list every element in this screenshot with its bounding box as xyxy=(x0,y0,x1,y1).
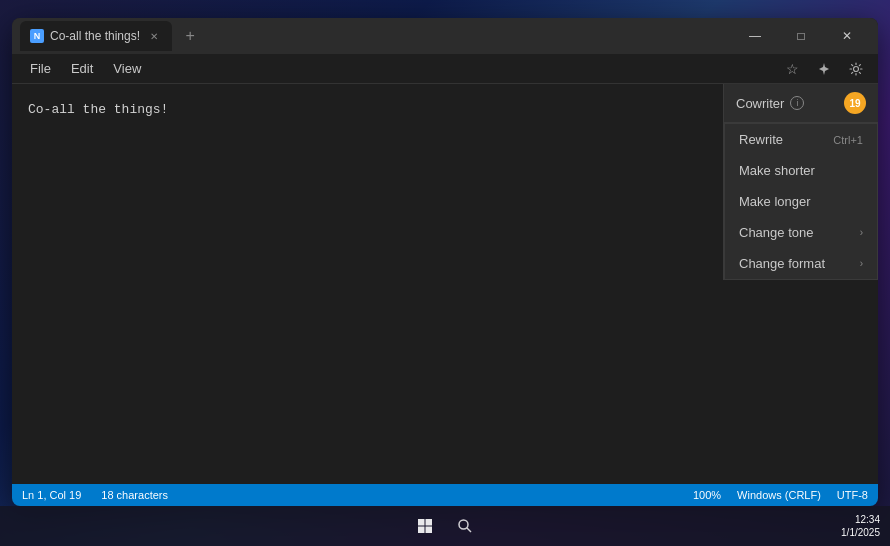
titlebar-left: N Co-all the things! ✕ + xyxy=(20,21,732,51)
menu-item-change-tone-label: Change tone xyxy=(739,225,813,240)
add-tab-button[interactable]: + xyxy=(176,22,204,50)
svg-rect-2 xyxy=(426,519,433,526)
menu-item-make-longer[interactable]: Make longer xyxy=(725,186,877,217)
taskbar: 12:34 1/1/2025 xyxy=(0,506,890,546)
menu-item-make-longer-label: Make longer xyxy=(739,194,811,209)
editor-area: Co-all the things! Cowriter i 19 xyxy=(12,84,878,484)
statusbar-charset[interactable]: UTF-8 xyxy=(837,489,868,501)
settings-gear-icon xyxy=(849,62,863,76)
cowriter-dropdown-menu: Rewrite Ctrl+1 Make shorter Make longer … xyxy=(724,123,878,280)
change-format-arrow-icon: › xyxy=(860,258,863,269)
statusbar: Ln 1, Col 19 18 characters 100% Windows … xyxy=(12,484,878,506)
svg-point-0 xyxy=(854,66,859,71)
active-tab[interactable]: N Co-all the things! ✕ xyxy=(20,21,172,51)
tab-app-icon: N xyxy=(30,29,44,43)
menubar-right: ☆ xyxy=(778,57,870,81)
favorite-icon-button[interactable]: ☆ xyxy=(778,57,806,81)
cowriter-label: Cowriter xyxy=(736,96,784,111)
statusbar-zoom[interactable]: 100% xyxy=(693,489,721,501)
cowriter-badge: 19 xyxy=(844,92,866,114)
tab-title: Co-all the things! xyxy=(50,29,140,43)
search-icon xyxy=(457,518,473,534)
svg-line-6 xyxy=(467,528,471,532)
svg-rect-3 xyxy=(418,527,425,534)
minimize-button[interactable]: — xyxy=(732,18,778,54)
close-button[interactable]: ✕ xyxy=(824,18,870,54)
statusbar-ln-col[interactable]: Ln 1, Col 19 xyxy=(22,489,81,501)
titlebar: N Co-all the things! ✕ + — □ ✕ xyxy=(12,18,878,54)
taskbar-center xyxy=(407,508,483,544)
menu-item-rewrite-shortcut: Ctrl+1 xyxy=(833,134,863,146)
menu-item-change-format-label: Change format xyxy=(739,256,825,271)
taskbar-search-button[interactable] xyxy=(447,508,483,544)
statusbar-right: 100% Windows (CRLF) UTF-8 xyxy=(693,489,868,501)
cowriter-header: Cowriter i 19 xyxy=(724,84,878,123)
menu-item-make-shorter-label: Make shorter xyxy=(739,163,815,178)
settings-icon-button[interactable] xyxy=(842,57,870,81)
menu-edit[interactable]: Edit xyxy=(61,57,103,80)
change-tone-arrow-icon: › xyxy=(860,227,863,238)
cowriter-title-group: Cowriter i xyxy=(736,96,804,111)
ai-icon-button[interactable] xyxy=(810,57,838,81)
windows-start-button[interactable] xyxy=(407,508,443,544)
menu-item-change-format[interactable]: Change format › xyxy=(725,248,877,279)
taskbar-system: 12:34 1/1/2025 xyxy=(841,513,880,539)
svg-rect-1 xyxy=(418,519,425,526)
menu-item-rewrite-label: Rewrite xyxy=(739,132,783,147)
editor-text: Co-all the things! xyxy=(28,102,168,117)
menu-view[interactable]: View xyxy=(103,57,151,80)
menu-file[interactable]: File xyxy=(20,57,61,80)
statusbar-encoding[interactable]: Windows (CRLF) xyxy=(737,489,821,501)
menu-item-rewrite[interactable]: Rewrite Ctrl+1 xyxy=(725,124,877,155)
cowriter-panel: Cowriter i 19 Rewrite Ctrl+1 xyxy=(723,84,878,280)
tab-close-button[interactable]: ✕ xyxy=(146,28,162,44)
ai-sparkle-icon xyxy=(817,62,831,76)
maximize-button[interactable]: □ xyxy=(778,18,824,54)
svg-point-5 xyxy=(459,520,468,529)
titlebar-controls: — □ ✕ xyxy=(732,18,870,54)
taskbar-time[interactable]: 12:34 1/1/2025 xyxy=(841,513,880,539)
menubar: File Edit View ☆ xyxy=(12,54,878,84)
windows-logo-icon xyxy=(417,518,433,534)
cowriter-info-button[interactable]: i xyxy=(790,96,804,110)
desktop: N Co-all the things! ✕ + — □ ✕ File Edit… xyxy=(0,0,890,546)
menu-item-change-tone[interactable]: Change tone › xyxy=(725,217,877,248)
menu-item-make-shorter[interactable]: Make shorter xyxy=(725,155,877,186)
notepad-window: N Co-all the things! ✕ + — □ ✕ File Edit… xyxy=(12,18,878,506)
statusbar-chars[interactable]: 18 characters xyxy=(101,489,168,501)
svg-rect-4 xyxy=(426,527,433,534)
